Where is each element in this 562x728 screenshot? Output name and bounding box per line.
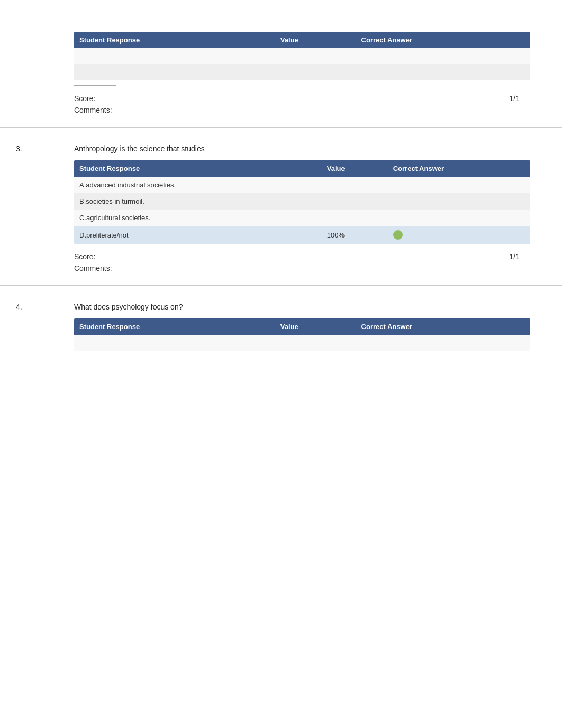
small-divider xyxy=(74,85,116,86)
partial-score-label: Score: xyxy=(74,94,95,103)
q3-score-line: Score: 1/1 xyxy=(74,252,530,261)
q3-row-b: B.societies in turmoil. xyxy=(74,193,530,210)
q3-row-d: D.preliterate/not 100% xyxy=(74,226,530,244)
q3-row-a: A.advanced industrial societies. xyxy=(74,177,530,193)
question-4-text: What does psychology focus on? xyxy=(74,303,530,311)
question-4-number: 4. xyxy=(0,296,74,356)
question-3-answer-table: Student Response Value Correct Answer xyxy=(74,160,530,244)
question-3-table-container: Student Response Value Correct Answer xyxy=(74,160,530,244)
partial-comments-label: Comments: xyxy=(74,106,112,114)
question-4-content: What does psychology focus on? Student R… xyxy=(74,296,562,356)
q3-row-d-correct xyxy=(388,226,530,244)
partial-col-student-response: Student Response xyxy=(74,32,275,48)
question-4-table-header: Student Response Value Correct Answer xyxy=(74,319,530,335)
section-divider-2-3 xyxy=(0,127,562,128)
empty-row-2 xyxy=(74,64,530,80)
partial-score-section: Score: 1/1 Comments: xyxy=(74,94,530,114)
q3-row-d-value: 100% xyxy=(322,226,388,244)
q4-col-correct-answer: Correct Answer xyxy=(356,319,530,335)
q3-col-student-response: Student Response xyxy=(74,160,322,177)
partial-score-value: 1/1 xyxy=(510,94,520,103)
partial-comments-line: Comments: xyxy=(74,106,530,114)
section-divider-3-4 xyxy=(0,285,562,286)
q3-row-a-correct xyxy=(388,177,530,193)
question-4-section: 4. What does psychology focus on? Studen… xyxy=(0,296,562,356)
empty-row-1 xyxy=(74,48,530,64)
q3-row-c: C.agricultural societies. xyxy=(74,210,530,226)
question-3-content: Anthropology is the science that studies… xyxy=(74,138,562,285)
question-3-score-section: Score: 1/1 Comments: xyxy=(74,252,530,272)
q3-comments-label: Comments: xyxy=(74,264,112,272)
question-3-text: Anthropology is the science that studies xyxy=(74,144,530,153)
q3-row-a-option: A.advanced industrial societies. xyxy=(74,177,322,193)
q3-row-b-option: B.societies in turmoil. xyxy=(74,193,322,210)
partial-col-value: Value xyxy=(275,32,356,48)
partial-score-line: Score: 1/1 xyxy=(74,94,530,103)
q3-col-correct-answer: Correct Answer xyxy=(388,160,530,177)
correct-answer-dot xyxy=(393,230,403,240)
partial-answer-table: Student Response Value Correct Answer xyxy=(74,32,530,80)
partial-top-section: Student Response Value Correct Answer xyxy=(0,32,562,114)
question-4-answer-table: Student Response Value Correct Answer xyxy=(74,319,530,351)
q4-empty-row xyxy=(74,335,530,351)
q3-row-c-value xyxy=(322,210,388,226)
q3-col-value: Value xyxy=(322,160,388,177)
q3-row-c-option: C.agricultural societies. xyxy=(74,210,322,226)
q3-row-d-option: D.preliterate/not xyxy=(74,226,322,244)
partial-table-header: Student Response Value Correct Answer xyxy=(74,32,530,48)
partial-col-correct-answer: Correct Answer xyxy=(356,32,530,48)
q3-comments-line: Comments: xyxy=(74,264,530,272)
question-3-table-header: Student Response Value Correct Answer xyxy=(74,160,530,177)
q3-score-label: Score: xyxy=(74,252,95,261)
question-3-number: 3. xyxy=(0,138,74,285)
q4-col-value: Value xyxy=(275,319,356,335)
q3-row-c-correct xyxy=(388,210,530,226)
partial-table-container: Student Response Value Correct Answer xyxy=(74,32,530,80)
q3-row-b-correct xyxy=(388,193,530,210)
q3-score-value: 1/1 xyxy=(510,252,520,261)
q3-row-b-value xyxy=(322,193,388,210)
q3-row-a-value xyxy=(322,177,388,193)
q4-col-student-response: Student Response xyxy=(74,319,275,335)
question-4-table-container: Student Response Value Correct Answer xyxy=(74,319,530,351)
question-3-table-body: A.advanced industrial societies. B.socie… xyxy=(74,177,530,244)
question-3-section: 3. Anthropology is the science that stud… xyxy=(0,138,562,285)
page-container: Student Response Value Correct Answer xyxy=(0,0,562,728)
